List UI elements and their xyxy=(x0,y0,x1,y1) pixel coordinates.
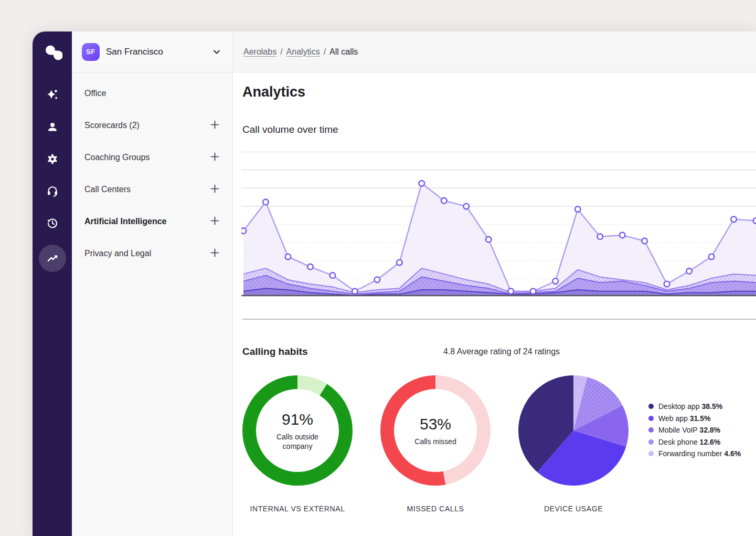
icon-rail xyxy=(33,31,72,536)
data-point-marker xyxy=(575,206,581,212)
dialpad-logo-icon[interactable] xyxy=(42,42,63,63)
sidebar-item-call-centers[interactable]: Call Centers xyxy=(72,173,232,205)
data-point-marker xyxy=(330,272,336,278)
internal-vs-external-center-label: 91%Calls outside company xyxy=(257,390,338,471)
add-scorecards-2-button[interactable] xyxy=(209,120,220,131)
legend-dot-icon xyxy=(648,439,654,445)
legend-dot-icon xyxy=(648,427,654,433)
legend-label: Web app 31.5% xyxy=(658,414,710,423)
headset-icon xyxy=(46,185,59,197)
sidebar-item-label: Privacy and Legal xyxy=(84,249,151,258)
series-area-all-calls xyxy=(243,183,756,296)
sidebar-item-scorecards-2[interactable]: Scorecards (2) xyxy=(72,109,232,141)
missed-calls-chart: 53%Calls missedMISSED CALLS xyxy=(380,375,491,486)
legend-row-mobile-voip: Mobile VoIP 32.8% xyxy=(648,424,741,436)
breadcrumb-separator: / xyxy=(324,47,326,57)
missed-calls-value: 53% xyxy=(420,415,451,433)
data-point-marker xyxy=(307,264,313,270)
dialpad-logo-icon xyxy=(42,45,62,60)
plus-icon xyxy=(210,152,219,163)
plus-icon xyxy=(210,184,219,195)
sidebar-item-label: Scorecards (2) xyxy=(84,121,140,130)
data-point-marker xyxy=(352,288,358,294)
data-point-marker xyxy=(709,254,715,260)
data-point-marker xyxy=(664,281,670,287)
breadcrumb-all-calls: All calls xyxy=(329,47,358,57)
app-window: SF San Francisco OfficeScorecards (2)Coa… xyxy=(33,31,756,536)
sidebar-item-coaching-groups[interactable]: Coaching Groups xyxy=(72,141,232,173)
legend-dot-icon xyxy=(648,416,654,421)
plus-icon xyxy=(210,248,219,259)
page-title: Analytics xyxy=(242,84,305,100)
add-artificial-intelligence-button[interactable] xyxy=(209,216,220,227)
call-volume-section-title: Call volume over time xyxy=(242,124,338,135)
data-point-marker xyxy=(530,288,536,294)
data-point-marker xyxy=(552,278,558,284)
calling-habits-title: Calling habits xyxy=(242,346,308,358)
data-point-marker xyxy=(642,238,647,244)
data-point-marker xyxy=(486,237,492,243)
internal-vs-external-label: INTERNAL VS EXTERNAL xyxy=(232,505,363,513)
data-point-marker xyxy=(263,199,269,205)
legend-row-web-app: Web app 31.5% xyxy=(648,413,741,425)
rail-item-history[interactable] xyxy=(39,213,66,234)
breadcrumb-analytics[interactable]: Analytics xyxy=(286,47,320,57)
trending-up-icon xyxy=(46,251,59,265)
calling-habits-charts: 91%Calls outside companyINTERNAL VS EXTE… xyxy=(233,375,756,522)
sidebar-item-artificial-intelligence[interactable]: Artificial Intelligence xyxy=(72,205,232,237)
topbar: Aerolabs/Analytics/All calls xyxy=(233,31,756,72)
data-point-marker xyxy=(620,233,625,238)
sidebar-item-label: Artificial Intelligence xyxy=(84,217,166,226)
gear-icon xyxy=(46,153,59,165)
sidebar-item-label: Office xyxy=(84,89,107,98)
sidebar-item-label: Call Centers xyxy=(84,185,131,194)
legend-label: Forwarding number 4.6% xyxy=(658,449,741,458)
rail-item-settings[interactable] xyxy=(39,149,66,170)
legend-label: Desktop app 38.5% xyxy=(658,402,722,411)
data-point-marker xyxy=(731,216,737,222)
data-point-marker xyxy=(375,277,380,283)
sidebar-item-privacy-and-legal[interactable]: Privacy and Legal xyxy=(72,237,232,269)
data-point-marker xyxy=(419,181,425,186)
device-usage-chart: DEVICE USAGE xyxy=(518,375,629,486)
device-usage-label: DEVICE USAGE xyxy=(508,505,639,513)
breadcrumb-separator: / xyxy=(280,47,282,57)
call-volume-chart xyxy=(241,152,756,298)
device-usage-svg xyxy=(518,375,629,486)
data-point-marker xyxy=(285,254,291,260)
sidebar: SF San Francisco OfficeScorecards (2)Coa… xyxy=(72,31,233,536)
rail-item-analytics[interactable] xyxy=(39,245,66,272)
workspace-switcher[interactable]: SF San Francisco xyxy=(72,31,232,72)
call-volume-chart-svg xyxy=(241,152,756,298)
sidebar-item-office[interactable]: Office xyxy=(72,77,232,109)
legend-row-desk-phone: Desk phone 12.6% xyxy=(648,436,741,448)
legend-dot-icon xyxy=(648,451,654,456)
main-panel: Aerolabs/Analytics/All calls Analytics C… xyxy=(233,31,756,536)
breadcrumb: Aerolabs/Analytics/All calls xyxy=(243,47,358,57)
breadcrumb-aerolabs[interactable]: Aerolabs xyxy=(243,47,276,57)
workspace-name: San Francisco xyxy=(106,47,163,57)
chevron-down-icon[interactable] xyxy=(212,48,221,56)
workspace-badge: SF xyxy=(82,43,100,61)
rail-item-assistant[interactable] xyxy=(39,85,66,106)
internal-vs-external-caption: Calls outside company xyxy=(265,432,330,451)
data-point-marker xyxy=(686,268,692,274)
sidebar-item-label: Coaching Groups xyxy=(84,153,150,162)
legend-label: Mobile VoIP 32.8% xyxy=(658,426,720,434)
missed-calls-center-label: 53%Calls missed xyxy=(395,390,476,471)
rail-item-support[interactable] xyxy=(39,181,66,202)
plus-icon xyxy=(210,216,219,227)
person-icon xyxy=(46,121,59,133)
add-coaching-groups-button[interactable] xyxy=(209,152,220,163)
add-call-centers-button[interactable] xyxy=(209,184,220,195)
data-point-marker xyxy=(597,234,603,239)
average-rating-text: 4.8 Average rating of 24 ratings xyxy=(443,347,560,356)
history-icon xyxy=(46,217,59,229)
sparkles-icon xyxy=(46,88,59,102)
add-privacy-and-legal-button[interactable] xyxy=(209,248,220,259)
data-point-marker xyxy=(241,228,246,234)
plus-icon xyxy=(210,120,219,131)
internal-vs-external-value: 91% xyxy=(282,411,313,428)
device-usage-legend: Desktop app 38.5%Web app 31.5%Mobile VoI… xyxy=(648,401,741,460)
rail-item-contacts[interactable] xyxy=(39,117,66,138)
